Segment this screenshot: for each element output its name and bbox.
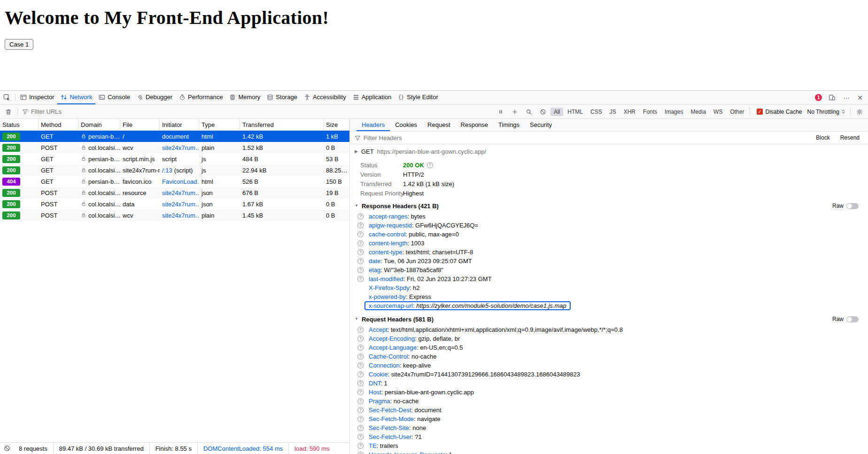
header-accept-ranges[interactable]: ?accept-ranges: bytes <box>350 212 868 221</box>
request-row[interactable]: 200POSTcol.localsi…wcvsite24x7rum…plain1… <box>0 210 349 221</box>
detail-tab-headers[interactable]: Headers <box>356 119 390 131</box>
filter-urls-input[interactable] <box>31 108 493 115</box>
header-x-firefox-spdy[interactable]: X-Firefox-Spdy: h2 <box>350 283 868 292</box>
pause-icon[interactable] <box>494 105 507 118</box>
column-header-transferred[interactable]: Transferred <box>240 119 324 130</box>
type-filter-images[interactable]: Images <box>661 108 686 116</box>
request-row[interactable]: 200POSTcol.localsi…wcvsite24x7rum…plain1… <box>0 142 349 153</box>
help-icon[interactable]: ? <box>357 267 364 273</box>
help-icon[interactable]: ? <box>427 162 433 168</box>
type-filter-media[interactable]: Media <box>687 108 709 116</box>
error-count-badge[interactable]: 1 <box>815 94 822 101</box>
column-header-file[interactable]: File <box>120 119 160 130</box>
help-icon[interactable]: ? <box>357 344 364 351</box>
request-row[interactable]: 404GETpersian-b…favicon.icoFaviconLoad…h… <box>0 176 349 187</box>
type-filter-other[interactable]: Other <box>727 108 747 116</box>
tab-console[interactable]: Console <box>95 91 133 104</box>
initiator-link[interactable]: site24x7rum… <box>162 189 199 196</box>
tab-accessibility[interactable]: Accessibility <box>301 91 349 104</box>
header-cache-control[interactable]: ?cache-control: public, max-age=0 <box>350 230 868 239</box>
header-x-sourcemap-url[interactable]: x-sourcemap-url: https://zylker.com/modu… <box>350 301 868 310</box>
initiator-link[interactable]: FaviconLoad… <box>162 178 199 185</box>
resend-button[interactable]: Resend <box>837 133 863 142</box>
raw-toggle[interactable] <box>846 203 859 209</box>
header-x-powered-by[interactable]: x-powered-by: Express <box>350 292 868 301</box>
header-dnt[interactable]: ?DNT: 1 <box>350 379 868 388</box>
help-icon[interactable]: ? <box>357 434 364 440</box>
header-pragma[interactable]: ?Pragma: no-cache <box>350 397 868 406</box>
type-filter-fonts[interactable]: Fonts <box>640 108 660 116</box>
response-headers-section[interactable]: ▼ Response Headers (421 B) Raw <box>350 201 868 211</box>
tab-application[interactable]: Application <box>349 91 395 104</box>
header-sec-fetch-mode[interactable]: ?Sec-Fetch-Mode: navigate <box>350 415 868 423</box>
header-sec-fetch-site[interactable]: ?Sec-Fetch-Site: none <box>350 423 868 432</box>
initiator-link[interactable]: site24x7rum… <box>162 201 199 208</box>
header-content-length[interactable]: ?content-length: 1003 <box>350 239 868 248</box>
column-header-method[interactable]: Method <box>39 119 78 130</box>
help-icon[interactable]: ? <box>357 249 364 255</box>
header-sec-fetch-dest[interactable]: ?Sec-Fetch-Dest: document <box>350 406 868 415</box>
add-request-icon[interactable] <box>508 105 521 118</box>
header-etag[interactable]: ?etag: W/"3eb-1887ba5caf8" <box>350 266 868 274</box>
help-icon[interactable]: ? <box>357 213 364 219</box>
disable-cache-toggle[interactable]: Disable Cache <box>757 109 802 115</box>
help-icon[interactable]: ? <box>357 425 364 431</box>
header-upgrade-insecure-requests[interactable]: ?Upgrade-Insecure-Requests: 1 <box>350 450 868 454</box>
help-icon[interactable]: ? <box>357 258 364 264</box>
header-cookie[interactable]: ?Cookie: site24x7rumID=7144130739129666.… <box>350 370 868 379</box>
tab-storage[interactable]: Storage <box>264 91 301 104</box>
search-icon[interactable] <box>522 105 535 118</box>
header-date[interactable]: ?date: Tue, 06 Jun 2023 09:25:07 GMT <box>350 257 868 266</box>
type-filter-xhr[interactable]: XHR <box>620 108 639 116</box>
detail-tab-cookies[interactable]: Cookies <box>390 119 422 131</box>
header-cache-control[interactable]: ?Cache-Control: no-cache <box>350 352 868 361</box>
close-devtools-icon[interactable]: ✕ <box>854 91 866 104</box>
detail-tab-response[interactable]: Response <box>456 119 494 131</box>
request-row[interactable]: 200GETpersian-b…/documenthtml1.42 kB1 kB <box>0 131 349 142</box>
help-icon[interactable]: ? <box>357 353 364 360</box>
column-header-size[interactable]: Size <box>324 119 349 130</box>
header-accept[interactable]: ?Accept: text/html,application/xhtml+xml… <box>350 325 868 334</box>
tab-network[interactable]: Network <box>57 91 95 104</box>
request-row[interactable]: 200GETcol.localsi…site24x7rum-mi…/:13 (s… <box>0 164 349 176</box>
help-icon[interactable]: ? <box>357 371 364 377</box>
column-header-status[interactable]: Status <box>0 119 39 130</box>
type-filter-ws[interactable]: WS <box>710 108 726 116</box>
type-filter-html[interactable]: HTML <box>564 108 586 116</box>
block-requests-icon[interactable] <box>536 105 550 118</box>
tab-debugger[interactable]: Debugger <box>133 91 176 104</box>
tab-memory[interactable]: Memory <box>226 91 264 104</box>
header-accept-encoding[interactable]: ?Accept-Encoding: gzip, deflate, br <box>350 334 868 343</box>
twisty-expanded-icon[interactable]: ▼ <box>355 317 358 321</box>
tab-inspector[interactable]: Inspector <box>17 91 57 104</box>
network-settings-gear-icon[interactable] <box>853 105 866 118</box>
detail-tab-timings[interactable]: Timings <box>493 119 525 131</box>
help-icon[interactable]: ? <box>357 389 364 395</box>
header-te[interactable]: ?TE: trailers <box>350 441 868 450</box>
detail-tab-security[interactable]: Security <box>525 119 557 131</box>
help-icon[interactable]: ? <box>357 222 364 228</box>
type-filter-js[interactable]: JS <box>606 108 620 116</box>
help-icon[interactable]: ? <box>357 443 364 449</box>
header-content-type[interactable]: ?content-type: text/html; charset=UTF-8 <box>350 248 868 257</box>
filter-headers-input[interactable] <box>364 134 809 141</box>
header-connection[interactable]: ?Connection: keep-alive <box>350 361 868 370</box>
help-icon[interactable]: ? <box>357 380 364 386</box>
column-header-type[interactable]: Type <box>199 119 240 130</box>
header-last-modified[interactable]: ?last-modified: Fri, 02 Jun 2023 10:27:2… <box>350 274 868 283</box>
raw-toggle[interactable] <box>846 316 859 322</box>
initiator-link[interactable]: /:13 <box>162 167 172 174</box>
pick-element-icon[interactable] <box>0 91 14 104</box>
help-icon[interactable]: ? <box>357 276 364 282</box>
case1-button[interactable]: Case 1 <box>5 39 33 50</box>
request-summary-line[interactable]: ▶ GET https://persian-blue-ant-gown.cycl… <box>350 147 868 156</box>
type-filter-css[interactable]: CSS <box>587 108 605 116</box>
help-icon[interactable]: ? <box>357 362 364 368</box>
type-filter-all[interactable]: All <box>550 108 563 116</box>
header-host[interactable]: ?Host: persian-blue-ant-gown.cyclic.app <box>350 388 868 397</box>
column-header-initiator[interactable]: Initiator <box>160 119 199 130</box>
header-sec-fetch-user[interactable]: ?Sec-Fetch-User: ?1 <box>350 432 868 441</box>
help-icon[interactable]: ? <box>357 336 364 342</box>
header-accept-language[interactable]: ?Accept-Language: en-US,en;q=0.5 <box>350 343 868 352</box>
throttling-select[interactable]: No Throttling <box>807 109 846 115</box>
